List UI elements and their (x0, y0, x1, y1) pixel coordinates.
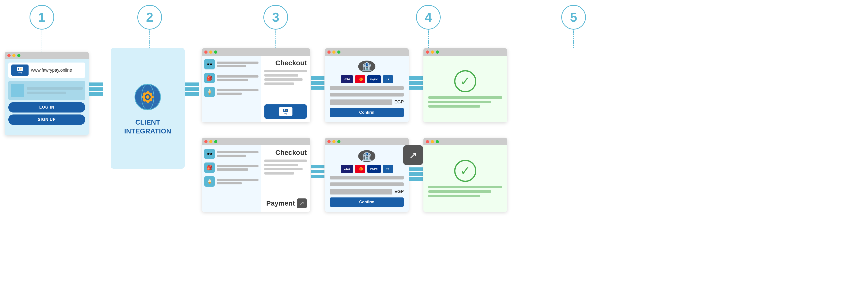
input-field-1-top[interactable] (330, 86, 404, 90)
s-line-5 (428, 190, 491, 193)
placeholder-block (8, 81, 85, 100)
win-dot-red-5b (426, 140, 429, 143)
item-line-3a (217, 89, 258, 91)
payment-body-bottom: 🏦 VISA PayPal f★ EGP (325, 145, 409, 212)
mc-svg-top (357, 76, 363, 83)
step-4-circle: 4 (416, 5, 441, 30)
checkout-body-top: 🕶️ 🎒 🍦 (202, 56, 310, 122)
visa-logo-bottom: VISA (341, 165, 353, 173)
fawry-f-letter: f (18, 67, 19, 71)
visa-logo-top: VISA (341, 75, 353, 83)
input-field-1-bottom[interactable] (330, 176, 404, 180)
placeholder-image (11, 84, 24, 97)
checkout-body-bottom: 🕶️ 🎒 🍦 (202, 145, 310, 212)
input-field-2-top[interactable] (330, 93, 404, 97)
win-dot-yellow-5b (431, 140, 434, 143)
confirm-button-bottom[interactable]: Confirm (330, 197, 404, 207)
checkout-item-3: 🍦 (204, 87, 258, 97)
s-line-6 (428, 195, 480, 197)
item-icon-3: 🍦 (204, 87, 215, 97)
arrow-bar-7 (311, 76, 324, 80)
co-line-5 (265, 160, 307, 162)
item-icon-4: 🕶️ (204, 149, 215, 159)
arrow-bar-5 (185, 87, 199, 91)
card-logos-bottom: VISA PayPal f★ (341, 165, 393, 173)
step3-bottom-checkout-window: 🕶️ 🎒 🍦 (202, 138, 310, 212)
win-dot-yellow-5t (431, 51, 434, 54)
confirm-button-top[interactable]: Confirm (330, 108, 404, 117)
ph-line-2 (27, 92, 66, 94)
arrow-2-3 (185, 83, 199, 96)
success-lines-bottom (428, 186, 502, 197)
fawry-star: ★ (20, 67, 22, 70)
success-body-top: ✓ (424, 56, 507, 122)
dashed-line-3 (276, 29, 276, 48)
checkout-item-5: 🎒 (204, 162, 258, 173)
paypal-logo-top: PayPal (367, 75, 381, 83)
item-line-1b (217, 65, 246, 67)
win-dot-red-1 (7, 54, 10, 57)
dashed-line-2 (149, 29, 150, 48)
checkout-lines-bottom (265, 160, 307, 174)
step5-bottom-success-window: ✓ (424, 138, 507, 212)
payment-icon-top: 🏦 (358, 61, 375, 72)
item-line-5b (217, 168, 248, 171)
fawry-pay-button-top[interactable]: f★ Pay (265, 104, 307, 119)
checkout-item-1: 🕶️ (204, 59, 258, 69)
win-dot-green-4b (337, 140, 340, 143)
input-field-2-bottom[interactable] (330, 183, 404, 186)
item-icon-5: 🎒 (204, 162, 215, 173)
checkout-lines-top (265, 70, 307, 85)
mc-logo-bottom (355, 165, 365, 173)
co-line-8 (265, 172, 294, 174)
url-text: www.fawrypay.online (31, 68, 72, 73)
login-button[interactable]: LOG IN (8, 102, 85, 112)
win-body-1: f ★ Pay www.fawrypay.online LOG IN SIGN … (5, 59, 89, 135)
step2-client-integration-card: CLIENT INTEGRATION (111, 48, 185, 169)
fawry-pay-text: Pay (18, 71, 22, 74)
win-titlebar-4b (325, 138, 409, 145)
item-lines-3 (217, 89, 258, 95)
s-line-4 (428, 186, 502, 188)
arrow-bar-18 (409, 177, 423, 181)
step1-browser-window: f ★ Pay www.fawrypay.online LOG IN SIGN … (5, 52, 89, 135)
signup-button[interactable]: SIGN UP (8, 115, 85, 125)
checkout-left-bottom: 🕶️ 🎒 🍦 (202, 145, 261, 212)
step-5-circle: 5 (561, 5, 586, 30)
fawry-logo-box: f ★ Pay (11, 65, 29, 76)
arrow-4-5-top (409, 76, 423, 90)
success-check-top: ✓ (454, 70, 476, 92)
win-dot-red-3b (204, 140, 208, 143)
placeholder-lines (27, 84, 83, 97)
mc-logo-top (355, 75, 365, 83)
ph-line-1 (27, 87, 83, 90)
win-titlebar-3b (202, 138, 310, 145)
win-dot-green-4t (337, 51, 340, 54)
item-line-6a (217, 179, 258, 181)
step5-top-success-window: ✓ (424, 48, 507, 122)
input-field-3-top[interactable] (330, 99, 393, 105)
paypal-logo-bottom: PayPal (367, 165, 381, 173)
svg-rect-12 (151, 96, 154, 98)
win-titlebar-5b (424, 138, 507, 145)
co-line-4 (265, 83, 294, 85)
item-line-2b (217, 79, 248, 81)
checkout-right-top: Checkout f★ Pay (261, 56, 310, 122)
svg-rect-10 (147, 100, 149, 103)
arrow-3-4-bottom (311, 165, 324, 178)
payment-label: Payment (266, 199, 295, 207)
item-line-5a (217, 165, 258, 167)
item-icon-2: 🎒 (204, 73, 215, 83)
checkout-item-6: 🍦 (204, 176, 258, 187)
win-titlebar-5t (424, 48, 507, 56)
win-dot-red-3t (204, 51, 208, 54)
checkout-left-top: 🕶️ 🎒 🍦 (202, 56, 261, 122)
arrow-bar-1 (89, 83, 103, 86)
arrow-bar-17 (409, 172, 423, 176)
input-field-3-bottom[interactable] (330, 189, 393, 194)
arrow-bar-3 (89, 92, 103, 96)
win-titlebar-1 (5, 52, 89, 59)
payment-external-icon: ↗ (297, 198, 307, 208)
fawry-logo-top-card: f★ (383, 75, 393, 83)
egp-label-bottom: EGP (394, 189, 404, 194)
